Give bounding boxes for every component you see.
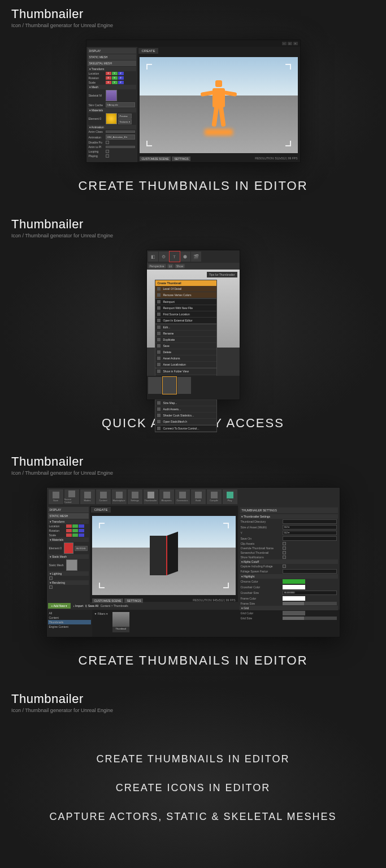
show-dropdown[interactable]: Show bbox=[175, 264, 185, 268]
disablepp-checkbox[interactable] bbox=[106, 141, 109, 144]
section-transform[interactable]: ▾ Transform bbox=[48, 519, 89, 524]
window-maximize-icon[interactable]: □ bbox=[288, 42, 292, 45]
toolbar-thumbnailer-icon[interactable]: T bbox=[170, 251, 180, 262]
location-xyz[interactable] bbox=[66, 524, 84, 528]
section-mesh[interactable]: ▾ Mesh bbox=[88, 85, 136, 89]
ctx-item[interactable]: Open StaticMesh.h bbox=[155, 419, 216, 425]
capture-checkbox[interactable] bbox=[283, 565, 286, 568]
toolbar-build-button[interactable]: Build bbox=[191, 489, 206, 504]
section-animation[interactable]: ▾ Animation bbox=[88, 125, 136, 129]
crosshair-color-swatch[interactable] bbox=[283, 585, 305, 589]
ctx-item[interactable]: Size Map... bbox=[155, 400, 216, 406]
section-transform[interactable]: ▾ Transform bbox=[88, 67, 136, 71]
looping-checkbox[interactable] bbox=[106, 150, 109, 153]
tree-item[interactable]: Content bbox=[48, 615, 91, 620]
ctx-item[interactable]: Connect To Source Control... bbox=[155, 426, 216, 432]
display-tab[interactable]: DISPLAY bbox=[88, 48, 136, 54]
window-close-icon[interactable]: × bbox=[293, 42, 298, 45]
section-lighting[interactable]: ▾ Lighting bbox=[48, 571, 89, 576]
import-button[interactable]: ↓ Import bbox=[73, 604, 83, 607]
section-alpha[interactable]: ▾ Alpha Cutoff bbox=[240, 559, 338, 564]
customize-scene-button[interactable]: CUSTOMIZE SCENE bbox=[92, 598, 124, 603]
frame-color-swatch[interactable] bbox=[283, 596, 305, 601]
filters-dropdown[interactable]: ▼ Filters ▾ bbox=[94, 612, 108, 635]
lighting-checkbox[interactable] bbox=[49, 576, 53, 580]
ctx-item[interactable]: Remove Vertex Colors bbox=[155, 292, 216, 298]
mode-static[interactable]: STATIC MESH bbox=[88, 54, 136, 60]
foliage-field[interactable] bbox=[283, 569, 337, 574]
ctx-item[interactable]: Edit... bbox=[155, 324, 216, 331]
create-tab[interactable]: CREATE bbox=[91, 507, 111, 513]
chroma-color-swatch[interactable] bbox=[283, 579, 305, 584]
ctx-item[interactable]: Open In External Editor bbox=[155, 318, 216, 324]
override-checkbox[interactable] bbox=[283, 546, 286, 550]
customize-scene-button[interactable]: CUSTOMIZE SCENE bbox=[140, 157, 171, 161]
ctx-item[interactable]: Delete bbox=[155, 349, 216, 355]
ctx-item[interactable]: Reimport bbox=[155, 299, 216, 305]
section-highlight[interactable]: ▾ Highlight bbox=[240, 574, 338, 579]
settings-button[interactable]: SETTINGS bbox=[124, 598, 143, 603]
scale-xyz[interactable]: XYZ bbox=[106, 81, 124, 84]
toolbar-blueprints-icon[interactable]: ⬢ bbox=[180, 251, 190, 262]
shownotif-checkbox[interactable] bbox=[283, 555, 286, 559]
savedir-field[interactable] bbox=[283, 519, 337, 524]
ctx-item[interactable]: Save bbox=[155, 343, 216, 349]
toolbar-thumbnailer-button[interactable]: Thumbnailer bbox=[144, 489, 158, 504]
screenshot-checkbox[interactable] bbox=[283, 551, 286, 554]
ctx-item[interactable]: Rename bbox=[155, 331, 216, 337]
scale-xyz[interactable] bbox=[66, 533, 84, 537]
asset-thumbnail[interactable] bbox=[177, 377, 191, 394]
toolbar-marketplace-button[interactable]: Marketplace bbox=[112, 489, 127, 504]
rotation-xyz[interactable] bbox=[66, 529, 84, 532]
tree-item[interactable]: Engine Content bbox=[48, 624, 91, 629]
toolbar-cinematics-icon[interactable]: 🎬 bbox=[191, 251, 201, 262]
toolbar-settings-button[interactable]: Settings bbox=[128, 489, 142, 504]
section-staticmesh[interactable]: ▾ Static Mesh bbox=[48, 554, 89, 559]
toolbar-marketplace-icon[interactable]: ◧ bbox=[148, 251, 158, 262]
mode-skeletal[interactable]: SKELETAL MESH bbox=[88, 60, 136, 66]
skelmesh-thumbnail[interactable] bbox=[106, 90, 117, 101]
rendering-checkbox[interactable] bbox=[49, 585, 53, 589]
saveon-dropdown[interactable] bbox=[283, 536, 337, 541]
save-all-button[interactable]: ⎘ Save All bbox=[85, 604, 98, 607]
ctx-item[interactable]: Find Source Location bbox=[155, 311, 216, 318]
ctx-item[interactable]: Level Of Detail bbox=[155, 286, 216, 292]
add-new-button[interactable]: + Add New ▾ bbox=[48, 603, 71, 609]
display-tab[interactable]: DISPLAY bbox=[48, 507, 89, 513]
asset-item[interactable]: Thumbnail bbox=[112, 612, 129, 632]
location-xyz[interactable]: XYZ bbox=[106, 72, 124, 75]
section-thumbset[interactable]: ▾ Thumbnailer Settings bbox=[240, 514, 338, 519]
ctx-item[interactable]: Reimport With New File bbox=[155, 305, 216, 311]
toolbar-modes-button[interactable]: Modes bbox=[80, 489, 95, 504]
toolbar-play-button[interactable]: Play bbox=[223, 489, 237, 504]
perspective-dropdown[interactable]: Perspective bbox=[148, 264, 166, 268]
animpl-dropdown[interactable] bbox=[106, 146, 135, 148]
playing-checkbox[interactable] bbox=[106, 154, 109, 158]
material-thumbnail[interactable] bbox=[64, 542, 74, 554]
rotation-xyz[interactable]: XYZ bbox=[106, 76, 124, 80]
breadcrumb[interactable]: Content > Thumbnails bbox=[101, 604, 128, 607]
material-preview[interactable]: Preview bbox=[118, 114, 132, 119]
tree-item[interactable]: All bbox=[48, 611, 91, 615]
ctx-item[interactable]: Show in Folder View bbox=[155, 368, 216, 375]
ctx-create-thumbnail[interactable]: Create Thumbnail bbox=[155, 280, 216, 286]
skincache-value[interactable]: 0 Array ele bbox=[106, 102, 135, 107]
viewport-canvas[interactable] bbox=[140, 57, 298, 153]
window-minimize-icon[interactable]: – bbox=[282, 42, 287, 45]
ctx-item[interactable]: Audit Assets... bbox=[155, 406, 216, 413]
toolbar-blueprints-button[interactable]: Blueprints bbox=[159, 489, 174, 504]
staticmesh-thumbnail[interactable] bbox=[66, 559, 77, 571]
mode-static[interactable]: STATIC MESH bbox=[48, 513, 89, 519]
ctx-item[interactable]: Shader Cook Statistics... bbox=[155, 413, 216, 419]
grid-size-slider[interactable] bbox=[283, 617, 337, 620]
animation-dropdown[interactable]: UE4_Animation_B ▾ bbox=[106, 134, 135, 140]
sizey-dropdown[interactable]: 512 ▾ bbox=[283, 531, 337, 535]
asset-thumbnail[interactable] bbox=[148, 377, 162, 394]
animclass-dropdown[interactable] bbox=[106, 131, 135, 133]
section-materials[interactable]: ▾ Materials bbox=[48, 537, 89, 542]
frame-size-slider[interactable] bbox=[283, 602, 337, 605]
toolbar-save-button[interactable]: Save bbox=[49, 489, 63, 504]
toolbar-cinematics-button[interactable]: Cinematics bbox=[175, 489, 190, 504]
section-materials[interactable]: ▾ Materials bbox=[88, 108, 136, 112]
ctx-item[interactable]: Asset Actions bbox=[155, 355, 216, 362]
